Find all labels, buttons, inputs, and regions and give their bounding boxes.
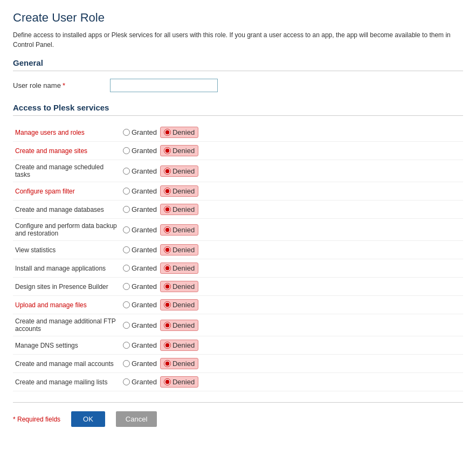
service-name: Manage DNS settings [13, 336, 121, 355]
granted-text: Granted [132, 301, 157, 309]
denied-label[interactable]: Denied [160, 185, 198, 197]
denied-radio[interactable] [164, 283, 171, 290]
denied-radio[interactable] [164, 226, 171, 233]
service-radio-group: GrantedDenied [121, 182, 463, 201]
service-row: Manage users and rolesGrantedDenied [13, 123, 463, 142]
denied-text: Denied [173, 147, 195, 155]
granted-radio[interactable] [123, 188, 130, 195]
denied-label[interactable]: Denied [160, 281, 198, 292]
denied-text: Denied [173, 378, 195, 386]
granted-radio[interactable] [123, 301, 130, 308]
service-row: Upload and manage filesGrantedDenied [13, 296, 463, 314]
denied-radio[interactable] [164, 265, 171, 272]
denied-label[interactable]: Denied [160, 244, 198, 255]
granted-label[interactable]: Granted [123, 264, 157, 272]
service-name: Manage users and roles [13, 123, 121, 142]
ok-button[interactable]: OK [71, 411, 105, 427]
service-name: Create and manage additional FTP account… [13, 314, 121, 336]
service-row: Create and manage databasesGrantedDenied [13, 201, 463, 219]
granted-radio[interactable] [123, 360, 130, 367]
granted-label[interactable]: Granted [123, 321, 157, 329]
denied-radio[interactable] [164, 168, 171, 175]
service-radio-group: GrantedDenied [121, 241, 463, 259]
granted-label[interactable]: Granted [123, 128, 157, 136]
service-name: Install and manage applications [13, 259, 121, 278]
granted-text: Granted [132, 167, 157, 175]
denied-text: Denied [173, 246, 195, 254]
granted-label[interactable]: Granted [123, 167, 157, 175]
denied-radio[interactable] [164, 206, 171, 213]
granted-radio[interactable] [123, 283, 130, 290]
granted-label[interactable]: Granted [123, 226, 157, 234]
granted-label[interactable]: Granted [123, 378, 157, 386]
denied-label[interactable]: Denied [160, 204, 198, 215]
denied-radio[interactable] [164, 301, 171, 308]
denied-label[interactable]: Denied [160, 145, 198, 156]
service-name: Configure spam filter [13, 182, 121, 201]
granted-radio[interactable] [123, 147, 130, 154]
denied-label[interactable]: Denied [160, 358, 198, 369]
service-row: Manage DNS settingsGrantedDenied [13, 336, 463, 355]
denied-text: Denied [173, 360, 195, 368]
granted-radio[interactable] [123, 342, 130, 349]
denied-label[interactable]: Denied [160, 376, 198, 388]
denied-text: Denied [173, 167, 195, 175]
footer: * Required fields OK Cancel [13, 402, 463, 427]
service-name: Upload and manage files [13, 296, 121, 314]
granted-label[interactable]: Granted [123, 147, 157, 155]
granted-label[interactable]: Granted [123, 187, 157, 195]
denied-label[interactable]: Denied [160, 340, 198, 351]
service-row: Create and manage mail accountsGrantedDe… [13, 355, 463, 373]
denied-radio[interactable] [164, 147, 171, 154]
service-name: Create and manage mailing lists [13, 373, 121, 391]
denied-radio[interactable] [164, 188, 171, 195]
granted-text: Granted [132, 264, 157, 272]
denied-radio[interactable] [164, 129, 171, 136]
granted-radio[interactable] [123, 226, 130, 233]
required-marker: * [63, 81, 65, 89]
granted-radio[interactable] [123, 129, 130, 136]
granted-text: Granted [132, 205, 157, 213]
denied-label[interactable]: Denied [160, 127, 198, 138]
denied-label[interactable]: Denied [160, 165, 198, 177]
granted-radio[interactable] [123, 168, 130, 175]
service-row: Create and manage additional FTP account… [13, 314, 463, 336]
service-name: Create and manage sites [13, 142, 121, 160]
granted-label[interactable]: Granted [123, 301, 157, 309]
granted-radio[interactable] [123, 265, 130, 272]
granted-text: Granted [132, 321, 157, 329]
cancel-button[interactable]: Cancel [116, 411, 157, 427]
service-name: Configure and perform data backup and re… [13, 219, 121, 241]
denied-label[interactable]: Denied [160, 299, 198, 310]
service-row: Create and manage mailing listsGrantedDe… [13, 373, 463, 391]
denied-radio[interactable] [164, 342, 171, 349]
denied-radio[interactable] [164, 360, 171, 367]
denied-label[interactable]: Denied [160, 263, 198, 274]
required-note: * Required fields [13, 416, 60, 423]
denied-radio[interactable] [164, 378, 171, 385]
granted-text: Granted [132, 341, 157, 349]
granted-label[interactable]: Granted [123, 341, 157, 349]
user-role-name-input[interactable] [110, 79, 218, 92]
denied-radio[interactable] [164, 246, 171, 253]
granted-text: Granted [132, 282, 157, 291]
denied-text: Denied [173, 187, 195, 195]
user-role-name-label: User role name* [13, 81, 110, 89]
granted-label[interactable]: Granted [123, 282, 157, 291]
granted-text: Granted [132, 147, 157, 155]
denied-label[interactable]: Denied [160, 320, 198, 331]
granted-radio[interactable] [123, 322, 130, 329]
denied-text: Denied [173, 128, 195, 136]
service-radio-group: GrantedDenied [121, 123, 463, 142]
intro-text: Define access to installed apps or Plesk… [13, 30, 463, 50]
granted-label[interactable]: Granted [123, 246, 157, 254]
denied-text: Denied [173, 282, 195, 291]
denied-radio[interactable] [164, 322, 171, 329]
granted-label[interactable]: Granted [123, 205, 157, 213]
granted-label[interactable]: Granted [123, 360, 157, 368]
granted-radio[interactable] [123, 206, 130, 213]
service-name: Create and manage databases [13, 201, 121, 219]
granted-radio[interactable] [123, 246, 130, 253]
granted-radio[interactable] [123, 378, 130, 385]
denied-label[interactable]: Denied [160, 224, 198, 236]
